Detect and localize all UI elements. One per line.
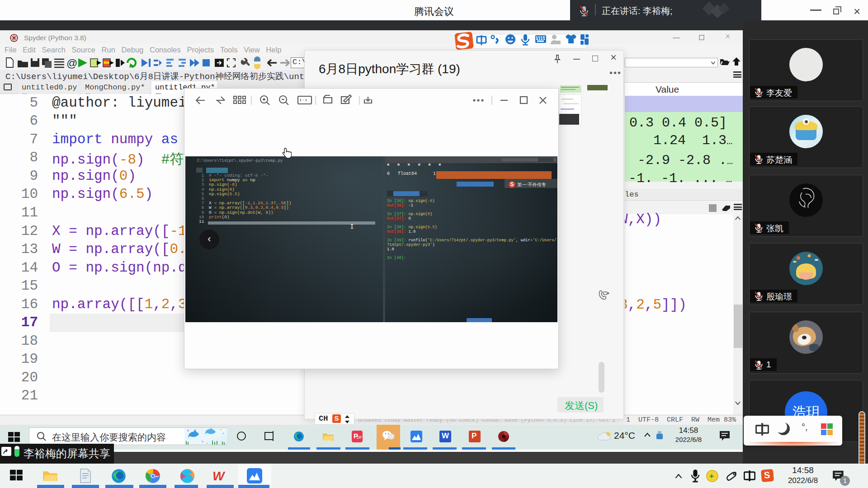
svg-text:@: @ xyxy=(66,57,77,69)
